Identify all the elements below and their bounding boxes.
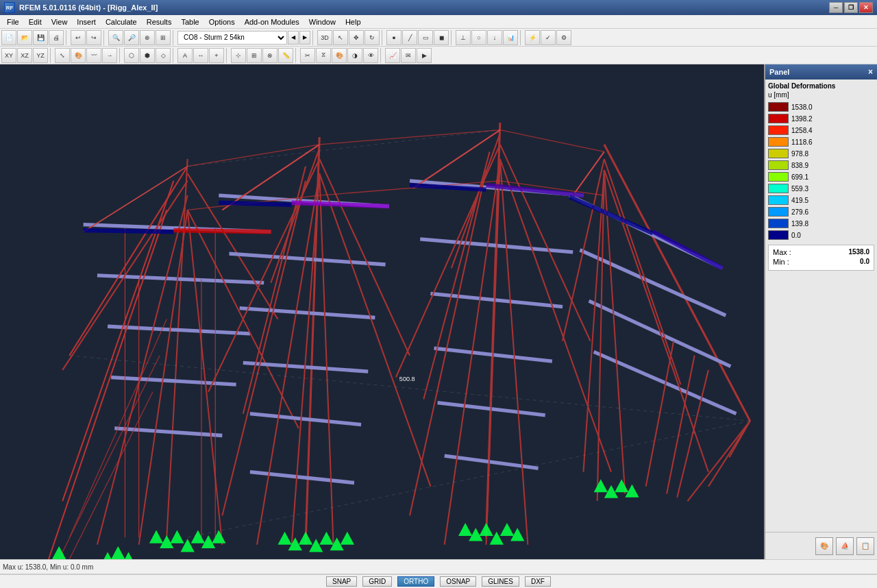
menu-item-help[interactable]: Help (341, 16, 365, 27)
panel-bottom: 🎨 ⛵ 📋 (765, 532, 877, 559)
snap-btn[interactable]: ⊹ (231, 48, 246, 63)
panel-color-btn[interactable]: 🎨 (815, 537, 833, 555)
move-btn[interactable]: ✥ (349, 30, 364, 45)
menu-item-add-on-modules[interactable]: Add-on Modules (240, 16, 304, 27)
restore-btn[interactable]: ❐ (844, 2, 858, 13)
undo-btn[interactable]: ↩ (71, 30, 86, 45)
title-bar-controls[interactable]: ─ ❐ ✕ (829, 2, 873, 13)
line-btn[interactable]: ╱ (402, 30, 417, 45)
panel-close-btn[interactable]: × (868, 67, 873, 77)
menu-item-file[interactable]: File (3, 16, 23, 27)
zoom-out-btn[interactable]: 🔎 (124, 30, 139, 45)
settings-btn[interactable]: ⚙ (556, 30, 571, 45)
calculate-btn[interactable]: ⚡ (525, 30, 540, 45)
save-btn[interactable]: 💾 (33, 30, 48, 45)
legend-item-4: 978.8 (768, 148, 874, 159)
sep10 (173, 48, 175, 63)
animation-btn[interactable]: ▶ (417, 48, 432, 63)
hinge-btn[interactable]: ○ (471, 30, 486, 45)
3d-view-btn[interactable]: 3D (317, 30, 332, 45)
legend-item-1: 1398.2 (768, 113, 874, 124)
dim-btn[interactable]: ↔ (193, 48, 208, 63)
support-btn[interactable]: ⊥ (456, 30, 471, 45)
menu-item-results[interactable]: Results (143, 16, 176, 27)
wire-btn[interactable]: ⬡ (124, 48, 139, 63)
zoom-all-btn[interactable]: ⊕ (140, 30, 155, 45)
deform-btn[interactable]: ⤡ (55, 48, 70, 63)
load-btn[interactable]: ↓ (487, 30, 502, 45)
legend-color-1 (768, 114, 789, 123)
menu-item-edit[interactable]: Edit (25, 16, 46, 27)
svg-text:500.8: 500.8 (399, 376, 415, 382)
isolines-btn[interactable]: 〰 (86, 48, 101, 63)
select-btn[interactable]: ↖ (333, 30, 348, 45)
results-btn[interactable]: 📊 (503, 30, 518, 45)
panel-ship-btn[interactable]: ⛵ (836, 537, 854, 555)
status-btn-dxf[interactable]: DXF (525, 576, 551, 587)
status-btn-ortho[interactable]: ORTHO (397, 576, 434, 587)
envelope-btn[interactable]: ✉ (401, 48, 416, 63)
sep11 (226, 48, 229, 63)
filter-btn[interactable]: ⧖ (316, 48, 331, 63)
viewport[interactable]: Visibility mode Global Deformations u [m… (0, 64, 764, 559)
status-btn-osnap[interactable]: OSNAP (440, 576, 476, 587)
label-btn[interactable]: A (177, 48, 193, 63)
ortho-btn[interactable]: ⊗ (262, 48, 277, 63)
result-view-btn[interactable]: 📈 (385, 48, 400, 63)
solid-view-btn[interactable]: ⬢ (140, 48, 155, 63)
section-btn[interactable]: ✂ (300, 48, 315, 63)
solid-btn[interactable]: ◼ (434, 30, 449, 45)
view-xz-btn[interactable]: XZ (17, 48, 32, 63)
prev-case-btn[interactable]: ◀ (288, 31, 299, 45)
legend-value-9: 279.6 (791, 208, 808, 216)
contour-btn[interactable]: 🎨 (71, 48, 86, 63)
node-btn[interactable]: ● (386, 30, 402, 45)
legend-item-0: 1538.0 (768, 101, 874, 112)
panel-legend-title: Global Deformations (768, 82, 874, 90)
print-btn[interactable]: 🖨 (49, 30, 64, 45)
rotate-btn[interactable]: ↻ (365, 30, 380, 45)
grid-btn[interactable]: ⊞ (247, 48, 262, 63)
legend-value-11: 0.0 (791, 232, 801, 239)
legend-color-5 (768, 160, 789, 170)
menu-item-view[interactable]: View (47, 16, 72, 27)
close-btn[interactable]: ✕ (859, 2, 873, 13)
opacity-btn[interactable]: ◑ (347, 48, 362, 63)
hide-btn[interactable]: 👁 (363, 48, 378, 63)
legend-value-8: 419.5 (791, 197, 808, 204)
transparent-btn[interactable]: ◇ (156, 48, 171, 63)
surface-btn[interactable]: ▭ (418, 30, 433, 45)
view-yz-btn[interactable]: YZ (33, 48, 48, 63)
menu-item-options[interactable]: Options (205, 16, 239, 27)
menu-item-window[interactable]: Window (305, 16, 340, 27)
sep3 (173, 30, 175, 45)
redo-btn[interactable]: ↪ (86, 30, 101, 45)
measure-btn[interactable]: 📏 (278, 48, 293, 63)
view-xy-btn[interactable]: XY (1, 48, 16, 63)
new-btn[interactable]: 📄 (1, 30, 16, 45)
palette-btn[interactable]: 🎨 (332, 48, 347, 63)
menu-item-table[interactable]: Table (177, 16, 203, 27)
zoom-window-btn[interactable]: ⊞ (156, 30, 171, 45)
legend-item-6: 699.1 (768, 171, 874, 182)
menu-item-calculate[interactable]: Calculate (101, 16, 141, 27)
menu-item-insert[interactable]: Insert (73, 16, 100, 27)
load-case-combo[interactable]: CO8 - Sturm 2 54kn (177, 31, 287, 45)
cross-btn[interactable]: + (209, 48, 224, 63)
check-btn[interactable]: ✓ (541, 30, 556, 45)
panel-export-btn[interactable]: 📋 (856, 537, 874, 555)
minimize-btn[interactable]: ─ (829, 2, 843, 13)
title-bar-left: RF RFEM 5.01.0116 (64bit) - [Rigg_Alex_I… (4, 2, 158, 13)
legend-color-4 (768, 149, 789, 158)
legend-value-7: 559.3 (791, 185, 808, 193)
status-btn-grid[interactable]: GRID (362, 576, 392, 587)
next-case-btn[interactable]: ▶ (299, 31, 310, 45)
status-btn-snap[interactable]: SNAP (326, 576, 357, 587)
toolbar-row-2: XY XZ YZ ⤡ 🎨 〰 → ⬡ ⬢ ◇ A ↔ + ⊹ ⊞ ⊗ 📏 ✂ ⧖… (0, 47, 877, 64)
menu-bar: FileEditViewInsertCalculateResultsTableO… (0, 15, 877, 29)
open-btn[interactable]: 📂 (17, 30, 32, 45)
vectors-btn[interactable]: → (102, 48, 117, 63)
status-btn-glines[interactable]: GLINES (482, 576, 519, 587)
zoom-in-btn[interactable]: 🔍 (108, 30, 123, 45)
legend-list: 1538.01398.21258.41118.6978.8838.9699.15… (768, 101, 874, 241)
